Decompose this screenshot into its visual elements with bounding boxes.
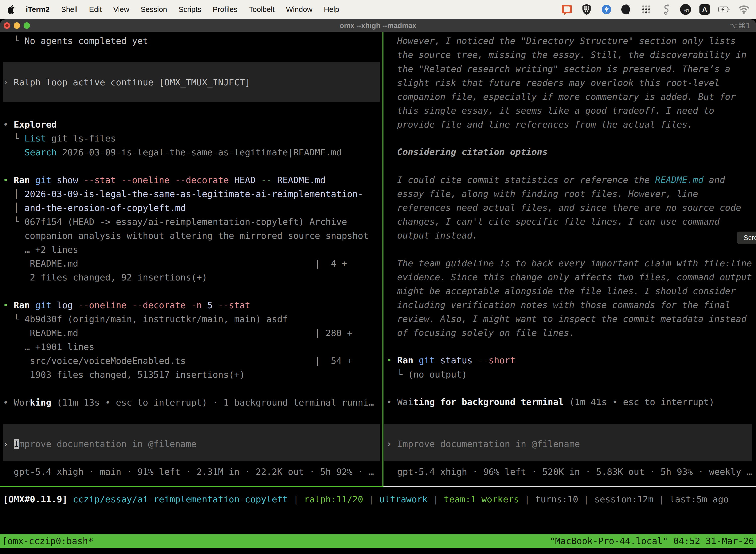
terminal-line: changes, I can't cite specific file line… <box>397 215 719 229</box>
terminal-line: I could cite commit statistics or refere… <box>397 173 725 187</box>
terminal-line: the "Related research writing" section i… <box>397 62 731 76</box>
terminal-line: this single essay, it seems like a good … <box>397 104 714 118</box>
menu-item-session[interactable]: Session <box>141 5 167 14</box>
input-line-left: › Improve documentation in @filename <box>3 437 196 451</box>
terminal-line: README.md | 4 + <box>3 257 347 271</box>
menu-bar: iTerm2ShellEditViewSessionScriptsProfile… <box>0 0 756 19</box>
pane-divider[interactable] <box>382 32 383 487</box>
session-status-right: gpt-5.4 xhigh · 96% left · 520K in · 5.8… <box>386 465 752 479</box>
ran-git-show-line: • Ran git show --stat --oneline --decora… <box>3 173 326 187</box>
shield-grid-status-icon[interactable] <box>581 4 592 15</box>
terminal-line: companion file, especially if more comme… <box>397 90 736 104</box>
terminal-line: The team guideline is to back every impo… <box>397 257 752 270</box>
menu-item-iterm2[interactable]: iTerm2 <box>26 5 50 14</box>
terminal-line: companion analysis without altering the … <box>3 229 369 243</box>
menu-items: iTerm2ShellEditViewSessionScriptsProfile… <box>26 5 339 14</box>
terminal-line: … +1901 lines <box>3 340 94 354</box>
terminal-line: of focusing solely on file lines. <box>397 326 574 340</box>
menu-item-shell[interactable]: Shell <box>61 5 78 14</box>
terminal-line: src/voice/voiceModeEnabled.ts | 54 + <box>3 354 353 368</box>
chat-bubble-status-icon[interactable] <box>561 4 572 15</box>
ran-git-status-line: • Ran git status --short <box>386 353 515 367</box>
battery-icon[interactable] <box>718 4 730 15</box>
terminal-line: However, I noticed the "Directory Struct… <box>397 34 736 48</box>
input-line-right: › Improve documentation in @filename <box>386 437 580 451</box>
window-title: omx --xhigh --madmax <box>0 19 756 32</box>
wifi-icon[interactable] <box>738 4 750 15</box>
menu-item-view[interactable]: View <box>113 5 129 14</box>
terminal-line: │ 2026-03-09-is-legal-the-same-as-legiti… <box>3 187 363 201</box>
input-source-status-icon[interactable]: A <box>699 4 710 15</box>
terminal-line: evidence. Since this change only affects… <box>397 270 752 284</box>
menu-item-edit[interactable]: Edit <box>89 5 102 14</box>
menu-status-icons: ..61 A <box>561 4 756 15</box>
dark-disc-status-icon[interactable] <box>621 4 632 15</box>
terminal-line: output instead. <box>397 229 478 242</box>
terminal-line: └ 4b9d30f (origin/main, instructkr/main,… <box>3 312 288 326</box>
vpn-61-status-icon[interactable]: ..61 <box>680 4 691 15</box>
dots-grid-status-icon[interactable] <box>640 4 652 15</box>
terminal-line: provide file and line references from th… <box>397 118 693 131</box>
blue-bolt-status-icon[interactable] <box>601 4 612 15</box>
terminal-line: └ (no output) <box>386 368 467 382</box>
terminal[interactable]: Scre └ No agents completed yet› Ralph lo… <box>0 32 756 535</box>
thinking-heading: Considering citation options <box>397 145 548 159</box>
screen-overlay-tooltip: Scre <box>737 232 756 244</box>
waiting-status-line: • Waiting for background terminal (1m 41… <box>386 395 714 409</box>
menu-item-window[interactable]: Window <box>286 5 313 14</box>
right-pane-bottom-border <box>383 486 756 487</box>
terminal-line: including verification notes with those … <box>397 298 731 312</box>
terminal-line: └ List git ls-files <box>3 131 116 146</box>
terminal-line: README.md | 280 + <box>3 326 353 340</box>
ran-git-log-line: • Ran git log --oneline --decorate -n 5 … <box>3 298 250 312</box>
terminal-line: review. Also, I might want to inspect th… <box>397 312 747 326</box>
session-status-left: gpt-5.4 xhigh · main · 91% left · 2.31M … <box>3 465 374 479</box>
terminal-line: references need actual files, and since … <box>397 201 741 215</box>
screen: iTerm2ShellEditViewSessionScriptsProfile… <box>0 0 756 554</box>
window-shortcut-badge: ⌥⌘1 <box>729 19 751 32</box>
terminal-line: might be acceptable alongside the file l… <box>397 284 736 298</box>
terminal-line: │ and-the-erosion-of-copyleft.md <box>3 201 186 215</box>
explored-header: • Explored <box>3 118 57 131</box>
ralph-inject-line: › Ralph loop active continue [OMX_TMUX_I… <box>3 75 250 89</box>
window-bottom-strip <box>0 548 756 554</box>
menu-item-toolbelt[interactable]: Toolbelt <box>249 5 274 14</box>
hook-status-icon[interactable] <box>660 4 672 15</box>
agents-status-line: └ No agents completed yet <box>3 34 148 48</box>
iterm-window: omx --xhigh --madmax ⌥⌘1 Scre └ No agent… <box>0 19 756 554</box>
terminal-line: essay file, along with finding root file… <box>397 187 698 201</box>
left-pane-bottom-border <box>0 486 382 487</box>
terminal-line: Search 2026-03-09-is-legal-the-same-as-l… <box>3 146 341 159</box>
apple-menu-icon[interactable] <box>7 5 15 14</box>
terminal-line: 2 files changed, 92 insertions(+) <box>3 271 207 284</box>
working-status-line: • Working (11m 13s • esc to interrupt) ·… <box>3 396 374 409</box>
menu-item-help[interactable]: Help <box>324 5 339 14</box>
terminal-line: slight risk that future readers may over… <box>397 76 719 90</box>
tmux-status-bar: [omx-cczip0:bash* "MacBook-Pro-44.local"… <box>0 535 756 548</box>
terminal-line: └ 067f154 (HEAD -> essay/ai-reimplementa… <box>3 215 347 229</box>
menu-item-scripts[interactable]: Scripts <box>179 5 201 14</box>
tmux-host-clock: "MacBook-Pro-44.local" 04:52 31-Mar-26 <box>550 535 754 548</box>
terminal-line: … +2 lines <box>3 243 78 257</box>
title-bar[interactable]: omx --xhigh --madmax ⌥⌘1 <box>0 19 756 32</box>
terminal-line: the source tree, missing the essay. Stil… <box>397 48 747 62</box>
tmux-session-label[interactable]: [omx-cczip0:bash* <box>2 535 93 548</box>
omx-status-bar: [OMX#0.11.9] cczip/essay/ai-reimplementa… <box>3 492 729 506</box>
menu-item-profiles[interactable]: Profiles <box>212 5 237 14</box>
terminal-line: 1903 files changed, 513517 insertions(+) <box>3 368 245 382</box>
